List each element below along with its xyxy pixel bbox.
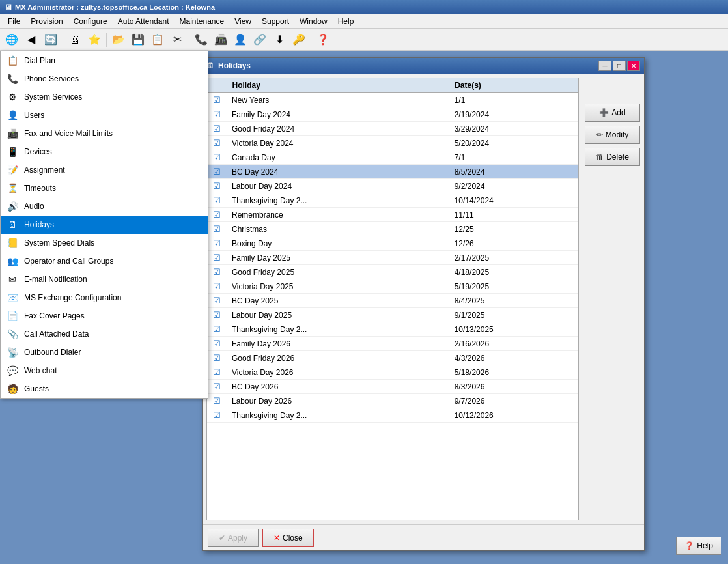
table-row[interactable]: ☑ Boxing Day 12/26	[207, 236, 578, 251]
menu-configure[interactable]: Configure	[68, 14, 113, 28]
sidebar-item-ms-exchange[interactable]: 📧 MS Exchange Configuration	[1, 289, 208, 307]
table-row[interactable]: ☑ Family Day 2025 2/17/2025	[207, 251, 578, 265]
menu-maintenance[interactable]: Maintenance	[174, 14, 229, 28]
table-row[interactable]: ☑ Victoria Day 2025 5/19/2025	[207, 279, 578, 294]
row-checkbox-2[interactable]: ☑	[207, 122, 227, 136]
row-checkbox-19[interactable]: ☑	[207, 365, 227, 380]
toolbar-scissors-icon[interactable]: ✂	[168, 31, 186, 49]
row-checkbox-20[interactable]: ☑	[207, 380, 227, 394]
row-checkbox-13[interactable]: ☑	[207, 279, 227, 294]
menu-window[interactable]: Window	[294, 14, 333, 28]
row-checkbox-1[interactable]: ☑	[207, 107, 227, 122]
sidebar-item-dial-plan[interactable]: 📋 Dial Plan	[1, 51, 208, 70]
close-button[interactable]: ✕	[627, 61, 640, 71]
sidebar-item-users[interactable]: 👤 Users	[1, 106, 208, 124]
sidebar-item-email-notification[interactable]: ✉ E-mail Notification	[1, 270, 208, 289]
table-row[interactable]: ☑ BC Day 2026 8/3/2026	[207, 380, 578, 394]
row-checkbox-5[interactable]: ☑	[207, 165, 227, 179]
apply-button[interactable]: ✔ Apply	[208, 529, 259, 547]
row-checkbox-3[interactable]: ☑	[207, 136, 227, 150]
table-row[interactable]: ☑ BC Day 2025 8/4/2025	[207, 294, 578, 308]
toolbar-star-icon[interactable]: ⭐	[85, 31, 104, 49]
row-checkbox-0[interactable]: ☑	[207, 93, 227, 107]
row-checkbox-4[interactable]: ☑	[207, 150, 227, 165]
sidebar-item-phone-services[interactable]: 📞 Phone Services	[1, 70, 208, 88]
menu-auto-attendant[interactable]: Auto Attendant	[113, 14, 175, 28]
delete-button[interactable]: 🗑 Delete	[585, 148, 640, 166]
row-checkbox-9[interactable]: ☑	[207, 222, 227, 236]
sidebar-item-system-speed-dials[interactable]: 📒 System Speed Dials	[1, 234, 208, 252]
table-row[interactable]: ☑ Remembrance 11/11	[207, 208, 578, 222]
row-checkbox-7[interactable]: ☑	[207, 193, 227, 208]
table-row[interactable]: ☑ Good Friday 2025 4/18/2025	[207, 265, 578, 279]
toolbar-key-icon[interactable]: 🔑	[290, 31, 308, 49]
sidebar-item-fax-voicemail[interactable]: 📠 Fax and Voice Mail Limits	[1, 124, 208, 143]
row-checkbox-6[interactable]: ☑	[207, 179, 227, 193]
toolbar-link-icon[interactable]: 🔗	[251, 31, 269, 49]
row-checkbox-12[interactable]: ☑	[207, 265, 227, 279]
row-checkbox-8[interactable]: ☑	[207, 208, 227, 222]
toolbar-print-icon[interactable]: 🖨	[66, 31, 84, 49]
table-row[interactable]: ☑ Labour Day 2026 9/7/2026	[207, 394, 578, 408]
table-row[interactable]: ☑ BC Day 2024 8/5/2024	[207, 165, 578, 179]
sidebar-item-outbound-dialer[interactable]: 📡 Outbound Dialer	[1, 343, 208, 361]
sidebar-item-operator-call-groups[interactable]: 👥 Operator and Call Groups	[1, 252, 208, 270]
table-row[interactable]: ☑ Family Day 2024 2/19/2024	[207, 107, 578, 122]
table-row[interactable]: ☑ Victoria Day 2026 5/18/2026	[207, 365, 578, 380]
sidebar-item-timeouts[interactable]: ⏳ Timeouts	[1, 179, 208, 197]
row-checkbox-10[interactable]: ☑	[207, 236, 227, 251]
sidebar-item-fax-cover-pages[interactable]: 📄 Fax Cover Pages	[1, 307, 208, 325]
sidebar-item-assignment[interactable]: 📝 Assignment	[1, 161, 208, 179]
toolbar-fax-icon[interactable]: 📠	[212, 31, 230, 49]
modify-button[interactable]: ✏ Modify	[585, 126, 640, 144]
menu-provision[interactable]: Provision	[25, 14, 68, 28]
help-button[interactable]: ❓ Help	[676, 537, 721, 555]
sidebar-item-call-attached-data[interactable]: 📎 Call Attached Data	[1, 325, 208, 343]
row-checkbox-14[interactable]: ☑	[207, 294, 227, 308]
sidebar-item-holidays[interactable]: 🗓 Holidays	[1, 216, 208, 234]
table-row[interactable]: ☑ Victoria Day 2024 5/20/2024	[207, 136, 578, 150]
sidebar-item-devices[interactable]: 📱 Devices	[1, 143, 208, 161]
table-row[interactable]: ☑ Thanksgiving Day 2... 10/13/2025	[207, 322, 578, 337]
sidebar-item-system-services[interactable]: ⚙ System Services	[1, 88, 208, 106]
row-checkbox-17[interactable]: ☑	[207, 337, 227, 351]
toolbar-phone-icon[interactable]: 📞	[192, 31, 210, 49]
menu-help[interactable]: Help	[333, 14, 359, 28]
table-row[interactable]: ☑ Good Friday 2026 4/3/2026	[207, 351, 578, 365]
table-row[interactable]: ☑ Canada Day 7/1	[207, 150, 578, 165]
row-checkbox-11[interactable]: ☑	[207, 251, 227, 265]
toolbar-refresh-icon[interactable]: 🔄	[42, 31, 60, 49]
minimize-button[interactable]: ─	[598, 61, 611, 71]
menu-support[interactable]: Support	[257, 14, 294, 28]
maximize-button[interactable]: □	[613, 61, 626, 71]
row-checkbox-16[interactable]: ☑	[207, 322, 227, 337]
table-row[interactable]: ☑ Christmas 12/25	[207, 222, 578, 236]
menu-view[interactable]: View	[229, 14, 257, 28]
table-row[interactable]: ☑ Good Friday 2024 3/29/2024	[207, 122, 578, 136]
add-button[interactable]: ➕ Add	[585, 104, 640, 122]
row-checkbox-21[interactable]: ☑	[207, 394, 227, 408]
toolbar-user-icon[interactable]: 👤	[231, 31, 249, 49]
checkbox-icon-17: ☑	[213, 339, 221, 348]
row-checkbox-18[interactable]: ☑	[207, 351, 227, 365]
sidebar-item-audio[interactable]: 🔊 Audio	[1, 197, 208, 216]
table-row[interactable]: ☑ Thanksgiving Day 2... 10/14/2024	[207, 193, 578, 208]
table-row[interactable]: ☑ Labour Day 2025 9/1/2025	[207, 308, 578, 322]
toolbar-open-icon[interactable]: 📂	[109, 31, 128, 49]
menu-file[interactable]: File	[3, 14, 25, 28]
sidebar-item-guests[interactable]: 🧑 Guests	[1, 380, 208, 398]
table-row[interactable]: ☑ Thanksgiving Day 2... 10/12/2026	[207, 408, 578, 423]
table-row[interactable]: ☑ Family Day 2026 2/16/2026	[207, 337, 578, 351]
table-row[interactable]: ☑ Labour Day 2024 9/2/2024	[207, 179, 578, 193]
sidebar-item-web-chat[interactable]: 💬 Web chat	[1, 361, 208, 380]
row-checkbox-15[interactable]: ☑	[207, 308, 227, 322]
toolbar-help-icon[interactable]: ❓	[314, 31, 332, 49]
toolbar-back-icon[interactable]: ◀	[22, 31, 40, 49]
toolbar-clipboard-icon[interactable]: 📋	[148, 31, 167, 49]
row-checkbox-22[interactable]: ☑	[207, 408, 227, 423]
toolbar-globe-icon[interactable]: 🌐	[3, 31, 21, 49]
toolbar-save-icon[interactable]: 💾	[129, 31, 147, 49]
close-dialog-button[interactable]: ✕ Close	[262, 529, 314, 547]
toolbar-download-icon[interactable]: ⬇	[270, 31, 288, 49]
table-row[interactable]: ☑ New Years 1/1	[207, 93, 578, 107]
